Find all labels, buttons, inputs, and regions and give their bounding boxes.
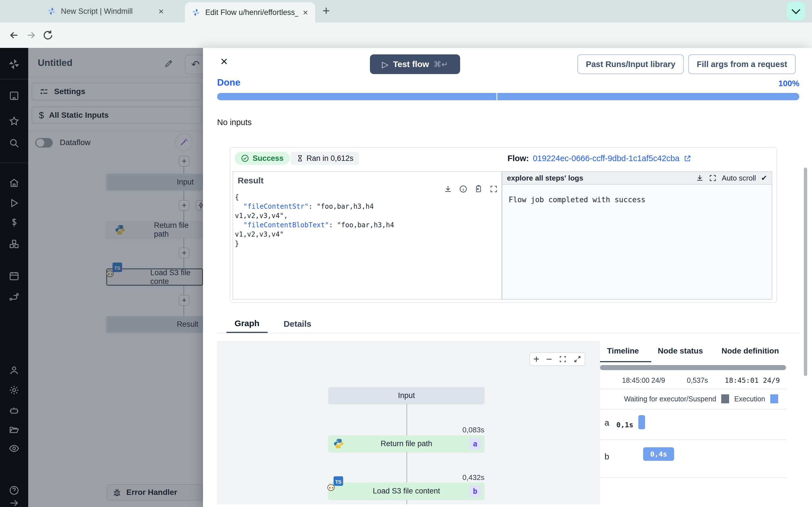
past-runs-button[interactable]: Past Runs/Input library (577, 54, 684, 74)
tab-details[interactable]: Details (277, 315, 318, 333)
test-flow-button[interactable]: ▷ Test flow ⌘↵ (370, 54, 460, 74)
run-status: Done (217, 77, 241, 88)
eye-icon[interactable] (6, 441, 22, 456)
node-label: Return file path (328, 439, 485, 448)
timeline-panel: Timeline Node status Node definition 18:… (599, 341, 786, 504)
sidebar-item-resources[interactable] (6, 236, 22, 252)
tab-edit-flow[interactable]: Edit Flow u/henri/effortless_fl × (185, 2, 315, 22)
timeline-legend: Waiting for executor/Suspend Execution (624, 394, 778, 403)
status-badge: Success (235, 152, 290, 165)
collapse-arrow-icon[interactable] (6, 495, 22, 507)
logs-title: explore all steps' logs (507, 174, 583, 182)
timeline-row-duration: 0,1s (616, 421, 633, 429)
autoscroll-label[interactable]: Auto scroll (722, 174, 756, 182)
close-tab-icon[interactable]: × (303, 8, 308, 17)
graph-node-return-file-path[interactable]: Return file path a (328, 436, 485, 452)
timeline-row-id: a (605, 418, 609, 428)
progress-segment-divider (497, 93, 497, 100)
fill-args-button[interactable]: Fill args from a request (688, 54, 796, 74)
scrollbar[interactable] (804, 168, 807, 376)
logs-text: Flow job completed with success (502, 185, 772, 215)
windmill-favicon (191, 8, 201, 17)
step-id-badge: b (469, 485, 481, 497)
result-json: { "fileContentStr": "foo,bar,h3,h4 v1,v2… (235, 193, 499, 248)
back-button[interactable] (6, 27, 22, 44)
tab-timeline[interactable]: Timeline (607, 346, 639, 355)
modal-dim-overlay (28, 48, 203, 507)
rail-divider (0, 79, 28, 79)
test-flow-drawer: × ▷ Test flow ⌘↵ Past Runs/Input library… (203, 48, 812, 507)
sidebar-item-workspace[interactable] (6, 88, 22, 104)
flow-label: Flow: (507, 154, 529, 163)
gear-icon[interactable] (6, 382, 22, 398)
result-title: Result (238, 176, 264, 185)
search-icon[interactable] (6, 135, 22, 151)
zoom-out-icon[interactable]: − (546, 353, 552, 365)
duration-badge: Ran in 0,612s (291, 152, 359, 165)
divider (600, 389, 786, 389)
sidebar-item-schedules[interactable] (6, 268, 22, 284)
legend-waiting-label: Waiting for executor/Suspend (624, 395, 716, 403)
sidebar-item-variables[interactable] (6, 215, 22, 230)
windmill-logo-icon[interactable] (6, 56, 22, 72)
tab-title: Edit Flow u/henri/effortless_fl (205, 8, 298, 17)
expand-icon[interactable] (490, 185, 498, 193)
sidebar-item-routes[interactable] (6, 289, 22, 305)
reload-button[interactable] (40, 27, 56, 44)
sidebar-item-runs[interactable] (6, 195, 22, 211)
past-runs-label: Past Runs/Input library (586, 60, 675, 69)
external-link-icon[interactable] (683, 155, 691, 163)
graph-edge (407, 404, 407, 436)
fullscreen-icon[interactable] (573, 355, 581, 363)
sidebar-item-home[interactable] (6, 175, 22, 191)
folder-icon[interactable] (6, 421, 22, 438)
forward-button[interactable] (22, 27, 40, 44)
result-panel: Result { "fileContentStr": "foo,bar,h3,h… (233, 171, 502, 300)
browser-tabstrip: New Script | Windmill × Edit Flow u/henr… (0, 0, 812, 22)
run-result-card: Success Ran in 0,612s Flow: 019224ec-066… (230, 147, 777, 303)
rail-divider (0, 163, 28, 163)
status-badge-label: Success (253, 154, 284, 163)
tab-node-definition[interactable]: Node definition (721, 346, 779, 355)
close-tab-icon[interactable]: × (158, 7, 164, 16)
tab-title: New Script | Windmill (61, 7, 154, 16)
expand-icon[interactable] (709, 174, 717, 182)
progress-bar (217, 93, 799, 100)
fit-view-icon[interactable] (559, 355, 567, 363)
graph-node-input[interactable]: Input (328, 387, 485, 404)
graph-node-load-s3[interactable]: TS Load S3 file content b (328, 483, 485, 500)
download-icon[interactable] (696, 174, 704, 182)
close-drawer-icon[interactable]: × (220, 55, 228, 68)
active-tab-underline (600, 361, 651, 362)
graph-edge (407, 500, 407, 504)
tab-new-script[interactable]: New Script | Windmill × (47, 3, 179, 19)
flow-editor-panel: Untitled ↶ Settings $ All Static Inputs … (28, 48, 203, 507)
divider (600, 409, 786, 409)
flow-run-graph: + − Input 0,083s Return file path a 0,43… (217, 341, 599, 504)
info-icon[interactable] (459, 185, 467, 193)
hourglass-icon (296, 155, 304, 162)
copy-clipboard-icon[interactable] (474, 185, 483, 193)
timeline-start: 18:45:00 24/9 (622, 376, 665, 385)
check-icon[interactable]: ✔ (761, 174, 767, 182)
tab-search-button[interactable] (786, 2, 805, 20)
divider (600, 477, 786, 478)
sidebar-item-workers[interactable] (6, 402, 22, 418)
progress-percent: 100% (778, 79, 799, 88)
download-icon[interactable] (444, 185, 452, 193)
node-label: Input (398, 391, 415, 400)
sidebar-item-favorites[interactable] (6, 113, 22, 129)
zoom-in-icon[interactable]: + (534, 353, 539, 365)
check-circle-icon (241, 154, 249, 163)
duration-label: Ran in 0,612s (306, 154, 354, 163)
step-duration: 0,083s (462, 426, 485, 434)
new-tab-button[interactable]: + (322, 4, 330, 17)
flow-id-link[interactable]: 019224ec-0666-ccff-9dbd-1c1af5c42cba (533, 154, 679, 163)
browser-toolbar: app.windmill.dev/flows/edit/u/henri/effo… (0, 22, 812, 48)
legend-execution-label: Execution (734, 395, 765, 403)
divider (600, 439, 786, 440)
tab-node-status[interactable]: Node status (658, 346, 703, 355)
tab-graph[interactable]: Graph (226, 315, 267, 333)
timeline-duration: 0,537s (687, 376, 708, 385)
sidebar-item-users[interactable] (6, 362, 22, 378)
